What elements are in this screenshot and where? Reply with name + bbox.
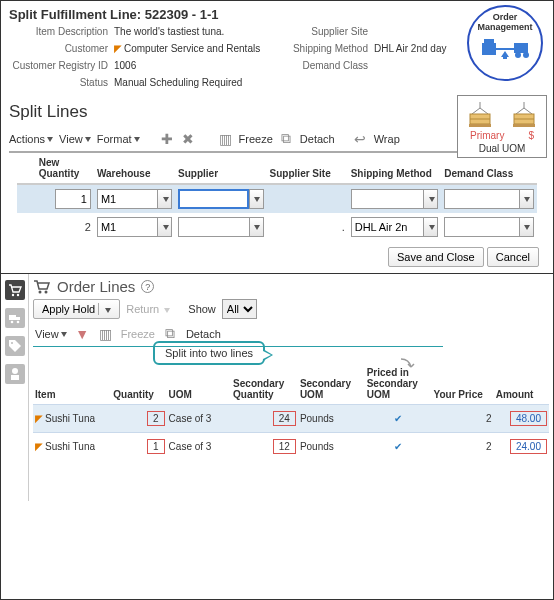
svg-line-9 bbox=[480, 108, 488, 114]
col-supplier-site[interactable]: Supplier Site bbox=[267, 153, 348, 184]
cancel-button[interactable]: Cancel bbox=[487, 247, 539, 267]
col-your-price[interactable]: Your Price bbox=[431, 363, 493, 405]
col-supplier[interactable]: Supplier bbox=[175, 153, 267, 184]
svg-rect-21 bbox=[9, 315, 16, 320]
cart-icon[interactable] bbox=[5, 280, 25, 300]
col-uom[interactable]: UOM bbox=[167, 363, 232, 405]
detach-icon[interactable]: ⧉ bbox=[279, 130, 294, 147]
svg-point-29 bbox=[45, 290, 48, 293]
label-customer: Customer bbox=[9, 43, 114, 54]
quantity-cell: 1 bbox=[147, 439, 165, 454]
pallet-icon bbox=[510, 102, 538, 128]
format-menu[interactable]: Format bbox=[97, 133, 140, 145]
return-button[interactable]: Return bbox=[126, 303, 170, 315]
freeze-icon[interactable]: ▥ bbox=[98, 326, 113, 342]
table-row[interactable]: 2 . bbox=[17, 213, 537, 241]
value-item-description: The world's tastiest tuna. bbox=[114, 26, 224, 37]
value-customer: ◤Computer Service and Rentals bbox=[114, 43, 260, 54]
detach-icon[interactable]: ⧉ bbox=[163, 325, 178, 342]
wrap-button[interactable]: Wrap bbox=[374, 133, 400, 145]
svg-line-15 bbox=[524, 108, 532, 114]
cart-icon bbox=[33, 279, 51, 295]
col-shipping-method[interactable]: Shipping Method bbox=[348, 153, 442, 184]
demand-class-combo[interactable] bbox=[444, 217, 534, 237]
svg-rect-18 bbox=[513, 124, 535, 127]
apply-hold-button[interactable]: Apply Hold bbox=[33, 299, 120, 319]
col-item[interactable]: Item bbox=[33, 363, 111, 405]
col-quantity[interactable]: Quantity bbox=[111, 363, 166, 405]
svg-point-26 bbox=[12, 368, 18, 374]
ship-method-combo[interactable] bbox=[351, 217, 439, 237]
pallet-icon bbox=[466, 102, 494, 128]
svg-rect-22 bbox=[16, 317, 20, 320]
remove-icon[interactable]: ✖ bbox=[181, 131, 196, 147]
order-lines-table: Item Quantity UOM Secondary Quantity Sec… bbox=[33, 363, 549, 460]
value-status: Manual Scheduling Required bbox=[114, 77, 242, 88]
tab-rail bbox=[1, 274, 29, 501]
svg-rect-0 bbox=[482, 43, 496, 55]
warehouse-combo[interactable] bbox=[97, 217, 172, 237]
secondary-uom-cell: Pounds bbox=[298, 433, 365, 461]
table-row[interactable]: ◤Sushi Tuna 2 Case of 3 24 Pounds ✔ 2 48… bbox=[33, 405, 549, 433]
wrap-icon[interactable]: ↩ bbox=[353, 131, 368, 147]
price-cell: 2 bbox=[431, 433, 493, 461]
table-row[interactable]: ◤Sushi Tuna 1 Case of 3 12 Pounds ✔ 2 24… bbox=[33, 433, 549, 461]
chevron-down-icon[interactable] bbox=[423, 189, 438, 209]
view-menu[interactable]: View bbox=[59, 133, 91, 145]
supplier-site-cell bbox=[267, 184, 348, 213]
label-demand-class: Demand Class bbox=[279, 60, 374, 71]
chevron-down-icon[interactable] bbox=[157, 217, 172, 237]
flag-icon: ◤ bbox=[114, 43, 122, 54]
supplier-combo[interactable] bbox=[178, 189, 264, 209]
svg-line-8 bbox=[472, 108, 480, 114]
value-shipping-method: DHL Air 2nd day bbox=[374, 43, 446, 54]
col-new-quantity[interactable]: New Quantity bbox=[36, 153, 94, 184]
order-lines-heading: Order Lines ? bbox=[33, 278, 549, 295]
person-icon[interactable] bbox=[5, 364, 25, 384]
ship-method-combo[interactable] bbox=[351, 189, 439, 209]
svg-point-20 bbox=[16, 294, 18, 296]
uom-cell: Case of 3 bbox=[167, 433, 232, 461]
help-icon[interactable]: ? bbox=[141, 280, 154, 293]
col-priced-secondary-uom[interactable]: Priced in Secondary UOM bbox=[365, 363, 432, 405]
col-secondary-uom[interactable]: Secondary UOM bbox=[298, 363, 365, 405]
detach-button[interactable]: Detach bbox=[186, 328, 221, 340]
freeze-icon[interactable]: ▥ bbox=[218, 131, 233, 147]
col-amount[interactable]: Amount bbox=[494, 363, 549, 405]
table-row[interactable] bbox=[17, 184, 537, 213]
truck-icon[interactable] bbox=[5, 308, 25, 328]
secondary-quantity-cell: 24 bbox=[273, 411, 296, 426]
new-quantity-input[interactable] bbox=[55, 189, 91, 209]
label-status: Status bbox=[9, 77, 114, 88]
freeze-button[interactable]: Freeze bbox=[121, 328, 155, 340]
label-customer-registry-id: Customer Registry ID bbox=[9, 60, 114, 71]
label-supplier-site: Supplier Site bbox=[279, 26, 374, 37]
view-menu[interactable]: View bbox=[35, 328, 67, 340]
chevron-down-icon[interactable] bbox=[249, 217, 264, 237]
chevron-down-icon[interactable] bbox=[249, 189, 264, 209]
actions-menu[interactable]: Actions bbox=[9, 133, 53, 145]
demand-class-combo[interactable] bbox=[444, 189, 534, 209]
freeze-button[interactable]: Freeze bbox=[239, 133, 273, 145]
chevron-down-icon[interactable] bbox=[519, 217, 534, 237]
uom-cell: Case of 3 bbox=[167, 405, 232, 433]
warehouse-combo[interactable] bbox=[97, 189, 172, 209]
tag-icon[interactable] bbox=[5, 336, 25, 356]
chevron-down-icon[interactable] bbox=[423, 217, 438, 237]
supplier-combo[interactable] bbox=[178, 217, 264, 237]
col-warehouse[interactable]: Warehouse bbox=[94, 153, 175, 184]
filter-icon[interactable]: ▼ bbox=[75, 326, 90, 342]
svg-rect-1 bbox=[484, 39, 494, 43]
label-shipping-method: Shipping Method bbox=[279, 43, 374, 54]
add-icon[interactable]: ✚ bbox=[160, 131, 175, 147]
new-quantity-cell: 2 bbox=[36, 213, 94, 241]
chevron-down-icon[interactable] bbox=[519, 189, 534, 209]
svg-rect-6 bbox=[503, 55, 507, 59]
svg-rect-2 bbox=[514, 43, 528, 53]
amount-cell: 24.00 bbox=[510, 439, 547, 454]
col-secondary-quantity[interactable]: Secondary Quantity bbox=[231, 363, 298, 405]
chevron-down-icon[interactable] bbox=[157, 189, 172, 209]
save-and-close-button[interactable]: Save and Close bbox=[388, 247, 484, 267]
detach-button[interactable]: Detach bbox=[300, 133, 335, 145]
show-select[interactable]: All bbox=[222, 299, 257, 319]
